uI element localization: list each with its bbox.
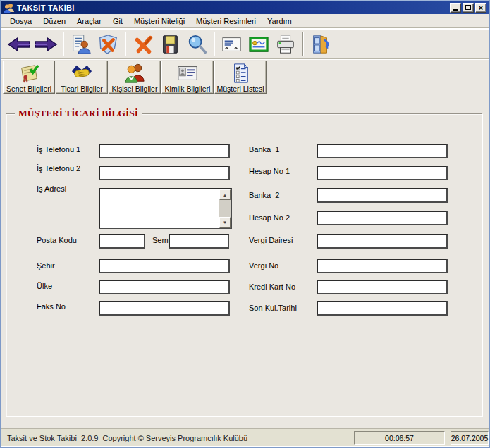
sehir-input[interactable] [99, 259, 230, 273]
checklist-icon [230, 63, 251, 84]
menu-musteri-resimleri[interactable]: Müşteri Resimleri [190, 15, 262, 27]
forward-button[interactable] [32, 32, 59, 57]
is-adresi-input[interactable] [100, 189, 219, 228]
banka-2-input[interactable] [317, 188, 448, 203]
exit-door-icon [310, 34, 331, 55]
tab-bar: Senet Bilgileri Ticari Bilgiler Kişis [1, 60, 489, 94]
is-telefonu-2-label: İş Telefonu 2 [37, 164, 80, 173]
maximize-icon [465, 5, 471, 10]
tab-label: Kimlik Bilgileri [165, 85, 211, 93]
menu-araclar[interactable]: Araçlar [71, 15, 107, 27]
menu-dosya[interactable]: Dosya [4, 15, 37, 27]
sehir-label: Şehir [37, 261, 55, 270]
posta-kodu-input[interactable] [99, 234, 145, 249]
status-text: Taksit ve Stok Takibi 2.0.9 Copyright © … [7, 434, 247, 442]
cancel-x-icon [133, 34, 154, 55]
new-record-icon [71, 34, 92, 55]
status-date: 26.07.2005 [451, 434, 489, 442]
faks-no-label: Faks No [37, 302, 66, 311]
is-telefonu-2-input[interactable] [99, 166, 230, 180]
vergi-no-input[interactable] [317, 259, 448, 273]
status-time-panel: 00:06:57 [354, 431, 445, 445]
forward-arrow-icon [34, 36, 58, 53]
is-adresi-scrollbar[interactable]: ▲ ▼ [219, 189, 231, 228]
letter-icon [221, 34, 243, 55]
exit-button[interactable] [307, 32, 334, 57]
kredi-kart-no-input[interactable] [317, 280, 448, 294]
status-date-panel: 26.07.2005 [451, 431, 489, 445]
group-title: MÜŞTERİ TİCARİ BİLGİSİ [15, 108, 142, 119]
hesap-no-2-label: Hesap No 2 [249, 213, 290, 222]
handshake-icon [71, 63, 92, 84]
back-arrow-icon [7, 36, 31, 53]
status-bar: Taksit ve Stok Takibi 2.0.9 Copyright © … [1, 428, 489, 447]
scrollbar-track[interactable] [219, 200, 231, 217]
tab-kimlik-bilgileri[interactable]: Kimlik Bilgileri [161, 61, 214, 94]
toolbar [1, 29, 489, 59]
new-record-button[interactable] [68, 32, 94, 57]
close-button[interactable]: × [475, 3, 486, 13]
hesap-no-1-input[interactable] [317, 166, 448, 180]
promissory-note-check-icon [18, 63, 39, 84]
certificate-icon [248, 34, 269, 55]
tab-label: Kişisel Bilgiler [112, 85, 158, 93]
window-title: TAKSİT TAKİBİ [17, 4, 75, 12]
tab-label: Ticari Bilgiler [61, 85, 103, 93]
banka-1-label: Banka 1 [249, 145, 279, 154]
delete-record-button[interactable] [94, 32, 121, 57]
menu-duzen[interactable]: Düzen [37, 15, 71, 27]
tab-kisisel-bilgiler[interactable]: Kişisel Bilgiler [109, 61, 161, 94]
form-area: MÜŞTERİ TİCARİ BİLGİSİ İş Telefonu 1 İş … [1, 94, 489, 428]
status-time: 00:06:57 [385, 434, 414, 442]
arrow-up-icon: ▲ [223, 193, 227, 197]
letter-button[interactable] [219, 32, 245, 57]
is-adresi-memo: ▲ ▼ [99, 188, 232, 229]
menu-musteri-niteligi[interactable]: Müşteri Niteliği [128, 15, 190, 27]
vergi-dairesi-input[interactable] [317, 234, 448, 249]
toolbar-separator [214, 32, 215, 56]
users-icon [4, 3, 14, 13]
scroll-up-button[interactable]: ▲ [219, 189, 231, 200]
tab-ticari-bilgiler[interactable]: Ticari Bilgiler [56, 61, 108, 94]
tab-senet-bilgileri[interactable]: Senet Bilgileri [3, 61, 55, 94]
vergi-no-label: Vergi No [249, 261, 278, 270]
tab-label: Senet Bilgileri [6, 85, 51, 93]
customer-commercial-info-group: MÜŞTERİ TİCARİ BİLGİSİ İş Telefonu 1 İş … [6, 113, 482, 416]
menu-git[interactable]: Git [107, 15, 128, 27]
search-magnifier-icon [186, 34, 207, 55]
cancel-button[interactable] [130, 32, 157, 57]
semt-input[interactable] [169, 234, 229, 249]
is-telefonu-1-label: İş Telefonu 1 [37, 145, 80, 154]
close-icon: × [479, 4, 483, 11]
arrow-down-icon: ▼ [223, 220, 227, 225]
kredi-kart-no-label: Kredi Kart No [249, 282, 295, 291]
banka-1-input[interactable] [317, 144, 448, 158]
toolbar-separator [302, 32, 304, 56]
certificate-button[interactable] [245, 32, 272, 57]
son-kul-tarihi-label: Son Kul.Tarihi [249, 304, 297, 312]
minimize-button[interactable] [450, 3, 461, 13]
maximize-button[interactable] [463, 3, 474, 13]
ulke-label: Ülke [37, 282, 52, 290]
tab-musteri-listesi[interactable]: Müşteri Listesi [214, 61, 267, 94]
hesap-no-1-label: Hesap No 1 [249, 167, 290, 175]
scroll-down-button[interactable]: ▼ [219, 217, 231, 228]
search-button[interactable] [183, 32, 210, 57]
is-telefonu-1-input[interactable] [99, 144, 230, 158]
print-button[interactable] [272, 32, 299, 57]
is-adresi-label: İş Adresi [37, 185, 66, 193]
faks-no-input[interactable] [99, 301, 230, 316]
toolbar-separator [63, 32, 64, 56]
ulke-input[interactable] [99, 280, 230, 294]
back-button[interactable] [6, 32, 32, 57]
menu-yardim[interactable]: Yardım [262, 15, 298, 27]
delete-record-icon [97, 34, 118, 55]
banka-2-label: Banka 2 [249, 191, 279, 199]
semt-label: Semt [152, 236, 171, 244]
app-window: TAKSİT TAKİBİ × Dosya Düzen Araçlar Git … [0, 0, 490, 448]
hesap-no-2-input[interactable] [317, 211, 448, 225]
save-button[interactable] [157, 32, 183, 57]
vergi-dairesi-label: Vergi Dairesi [249, 236, 293, 244]
two-people-icon [124, 63, 145, 84]
son-kul-tarihi-input[interactable] [317, 301, 448, 316]
